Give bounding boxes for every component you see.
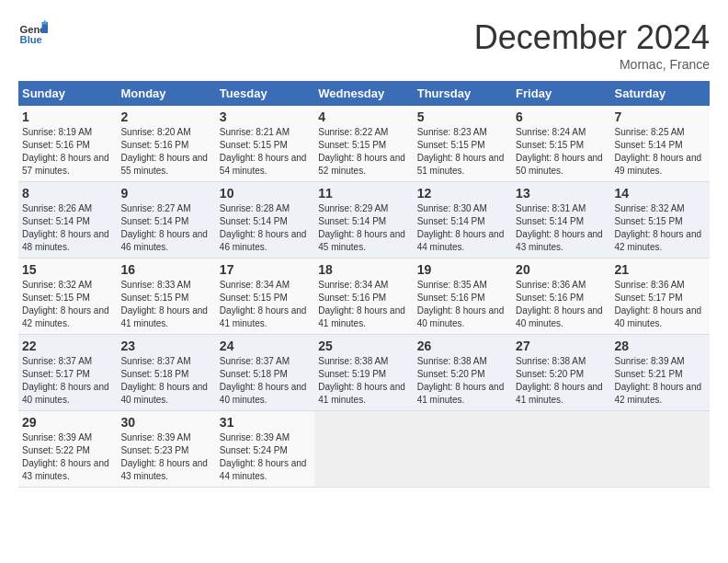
calendar-cell: 9Sunrise: 8:27 AMSunset: 5:14 PMDaylight…	[117, 182, 215, 259]
calendar-cell: 4Sunrise: 8:22 AMSunset: 5:15 PMDaylight…	[314, 106, 413, 182]
calendar-cell: 13Sunrise: 8:31 AMSunset: 5:14 PMDayligh…	[512, 182, 610, 259]
day-number: 10	[220, 186, 311, 201]
day-number: 1	[22, 109, 113, 124]
svg-text:Blue: Blue	[20, 34, 42, 45]
day-number: 28	[615, 339, 706, 353]
day-info: Sunrise: 8:38 AMSunset: 5:20 PMDaylight:…	[516, 355, 607, 407]
calendar-table: SundayMondayTuesdayWednesdayThursdayFrid…	[18, 81, 710, 488]
day-info: Sunrise: 8:32 AMSunset: 5:15 PMDaylight:…	[22, 279, 113, 330]
day-number: 18	[318, 262, 409, 277]
calendar-cell: 7Sunrise: 8:25 AMSunset: 5:14 PMDaylight…	[611, 106, 710, 182]
day-info: Sunrise: 8:22 AMSunset: 5:15 PMDaylight:…	[318, 126, 409, 178]
day-number: 16	[120, 262, 211, 277]
day-info: Sunrise: 8:34 AMSunset: 5:16 PMDaylight:…	[318, 279, 409, 330]
calendar-cell: 6Sunrise: 8:24 AMSunset: 5:15 PMDaylight…	[512, 106, 610, 182]
calendar-cell: 14Sunrise: 8:32 AMSunset: 5:15 PMDayligh…	[611, 182, 710, 259]
day-number: 25	[318, 339, 409, 353]
calendar-cell: 2Sunrise: 8:20 AMSunset: 5:16 PMDaylight…	[117, 106, 215, 182]
day-number: 19	[417, 262, 508, 277]
day-info: Sunrise: 8:38 AMSunset: 5:20 PMDaylight:…	[417, 355, 508, 407]
calendar-cell: 19Sunrise: 8:35 AMSunset: 5:16 PMDayligh…	[414, 259, 512, 335]
day-info: Sunrise: 8:39 AMSunset: 5:21 PMDaylight:…	[615, 355, 706, 407]
logo: General Blue	[18, 18, 48, 48]
day-info: Sunrise: 8:37 AMSunset: 5:18 PMDaylight:…	[220, 355, 311, 407]
day-number: 22	[22, 339, 113, 353]
month-title: December 2024	[474, 18, 710, 57]
day-number: 21	[615, 262, 706, 277]
day-info: Sunrise: 8:21 AMSunset: 5:15 PMDaylight:…	[220, 126, 311, 178]
calendar-cell: 20Sunrise: 8:36 AMSunset: 5:16 PMDayligh…	[512, 259, 610, 335]
day-info: Sunrise: 8:32 AMSunset: 5:15 PMDaylight:…	[615, 202, 706, 254]
day-info: Sunrise: 8:39 AMSunset: 5:23 PMDaylight:…	[120, 431, 211, 483]
calendar-week-row: 15Sunrise: 8:32 AMSunset: 5:15 PMDayligh…	[18, 259, 710, 335]
day-info: Sunrise: 8:38 AMSunset: 5:19 PMDaylight:…	[318, 355, 409, 407]
day-number: 24	[220, 339, 311, 353]
calendar-cell: 24Sunrise: 8:37 AMSunset: 5:18 PMDayligh…	[216, 335, 314, 411]
day-number: 13	[516, 186, 607, 201]
calendar-week-row: 29Sunrise: 8:39 AMSunset: 5:22 PMDayligh…	[18, 411, 710, 488]
day-number: 4	[318, 109, 409, 124]
calendar-cell: 21Sunrise: 8:36 AMSunset: 5:17 PMDayligh…	[611, 259, 710, 335]
day-info: Sunrise: 8:20 AMSunset: 5:16 PMDaylight:…	[120, 126, 211, 178]
day-info: Sunrise: 8:33 AMSunset: 5:15 PMDaylight:…	[120, 279, 211, 330]
day-info: Sunrise: 8:27 AMSunset: 5:14 PMDaylight:…	[120, 202, 211, 254]
logo-icon: General Blue	[18, 18, 48, 48]
calendar-cell	[314, 411, 413, 488]
day-number: 20	[516, 262, 607, 277]
calendar-cell	[611, 411, 710, 488]
day-number: 3	[220, 109, 311, 124]
calendar-cell: 5Sunrise: 8:23 AMSunset: 5:15 PMDaylight…	[414, 106, 512, 182]
calendar-cell: 22Sunrise: 8:37 AMSunset: 5:17 PMDayligh…	[18, 335, 117, 411]
header-day: Tuesday	[216, 81, 314, 106]
header-day: Monday	[117, 81, 215, 106]
day-info: Sunrise: 8:19 AMSunset: 5:16 PMDaylight:…	[22, 126, 113, 178]
day-info: Sunrise: 8:23 AMSunset: 5:15 PMDaylight:…	[417, 126, 508, 178]
day-info: Sunrise: 8:29 AMSunset: 5:14 PMDaylight:…	[318, 202, 409, 254]
header-day: Friday	[512, 81, 610, 106]
calendar-cell: 23Sunrise: 8:37 AMSunset: 5:18 PMDayligh…	[117, 335, 215, 411]
calendar-cell: 15Sunrise: 8:32 AMSunset: 5:15 PMDayligh…	[18, 259, 117, 335]
day-info: Sunrise: 8:36 AMSunset: 5:16 PMDaylight:…	[516, 279, 607, 330]
header-day: Saturday	[611, 81, 710, 106]
day-info: Sunrise: 8:24 AMSunset: 5:15 PMDaylight:…	[516, 126, 607, 178]
day-info: Sunrise: 8:28 AMSunset: 5:14 PMDaylight:…	[220, 202, 311, 254]
day-info: Sunrise: 8:36 AMSunset: 5:17 PMDaylight:…	[615, 279, 706, 330]
calendar-cell: 28Sunrise: 8:39 AMSunset: 5:21 PMDayligh…	[611, 335, 710, 411]
day-number: 30	[120, 415, 211, 430]
calendar-cell: 30Sunrise: 8:39 AMSunset: 5:23 PMDayligh…	[117, 411, 215, 488]
day-number: 5	[417, 109, 508, 124]
calendar-cell: 25Sunrise: 8:38 AMSunset: 5:19 PMDayligh…	[314, 335, 413, 411]
day-info: Sunrise: 8:35 AMSunset: 5:16 PMDaylight:…	[417, 279, 508, 330]
day-info: Sunrise: 8:39 AMSunset: 5:22 PMDaylight:…	[22, 431, 113, 483]
day-number: 6	[516, 109, 607, 124]
day-number: 23	[120, 339, 211, 353]
day-info: Sunrise: 8:30 AMSunset: 5:14 PMDaylight:…	[417, 202, 508, 254]
day-info: Sunrise: 8:31 AMSunset: 5:14 PMDaylight:…	[516, 202, 607, 254]
calendar-cell: 29Sunrise: 8:39 AMSunset: 5:22 PMDayligh…	[18, 411, 117, 488]
day-info: Sunrise: 8:37 AMSunset: 5:18 PMDaylight:…	[120, 355, 211, 407]
day-number: 27	[516, 339, 607, 353]
calendar-cell: 12Sunrise: 8:30 AMSunset: 5:14 PMDayligh…	[414, 182, 512, 259]
calendar-cell: 11Sunrise: 8:29 AMSunset: 5:14 PMDayligh…	[314, 182, 413, 259]
calendar-cell	[414, 411, 512, 488]
calendar-cell: 18Sunrise: 8:34 AMSunset: 5:16 PMDayligh…	[314, 259, 413, 335]
calendar-cell: 17Sunrise: 8:34 AMSunset: 5:15 PMDayligh…	[216, 259, 314, 335]
day-number: 31	[220, 415, 311, 430]
day-number: 14	[615, 186, 706, 201]
day-info: Sunrise: 8:37 AMSunset: 5:17 PMDaylight:…	[22, 355, 113, 407]
day-number: 8	[22, 186, 113, 201]
day-number: 29	[22, 415, 113, 430]
day-info: Sunrise: 8:34 AMSunset: 5:15 PMDaylight:…	[220, 279, 311, 330]
day-info: Sunrise: 8:26 AMSunset: 5:14 PMDaylight:…	[22, 202, 113, 254]
day-number: 7	[615, 109, 706, 124]
calendar-cell: 26Sunrise: 8:38 AMSunset: 5:20 PMDayligh…	[414, 335, 512, 411]
calendar-cell: 27Sunrise: 8:38 AMSunset: 5:20 PMDayligh…	[512, 335, 610, 411]
calendar-cell: 16Sunrise: 8:33 AMSunset: 5:15 PMDayligh…	[117, 259, 215, 335]
calendar-cell: 3Sunrise: 8:21 AMSunset: 5:15 PMDaylight…	[216, 106, 314, 182]
calendar-week-row: 8Sunrise: 8:26 AMSunset: 5:14 PMDaylight…	[18, 182, 710, 259]
calendar-week-row: 1Sunrise: 8:19 AMSunset: 5:16 PMDaylight…	[18, 106, 710, 182]
day-number: 2	[120, 109, 211, 124]
day-number: 17	[220, 262, 311, 277]
title-block: December 2024 Mornac, France	[474, 18, 710, 72]
page-header: General Blue December 2024 Mornac, Franc…	[18, 18, 710, 72]
